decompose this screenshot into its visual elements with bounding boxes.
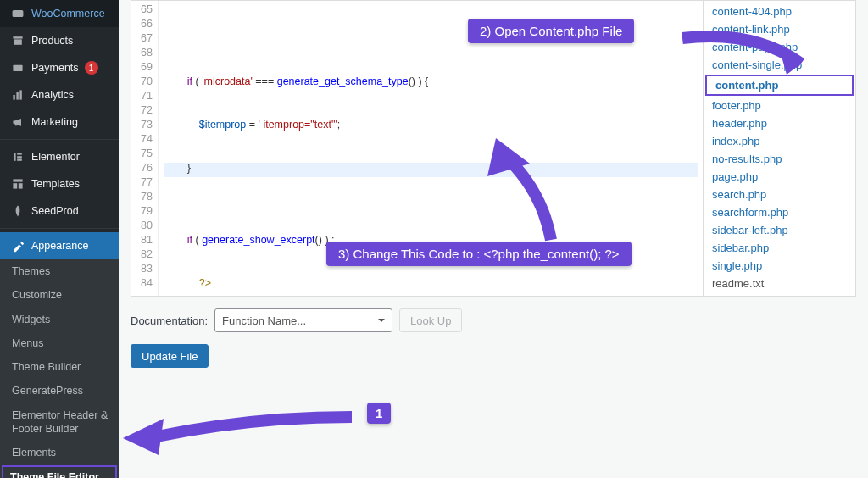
arrow-to-editor-link — [123, 409, 360, 459]
file-search-php[interactable]: search.php — [704, 186, 855, 203]
sub-theme-builder[interactable]: Theme Builder — [0, 355, 119, 379]
line-gutter: 65 66 67 68 69 70 71 72 73 74 75 76 77 7… — [131, 1, 159, 296]
callout-step3: 3) Change This Code to : <?php the_conte… — [326, 242, 632, 266]
sub-menus[interactable]: Menus — [0, 331, 119, 355]
file-readme-txt[interactable]: readme.txt — [704, 275, 855, 292]
file-content-404-php[interactable]: content-404.php — [704, 3, 855, 20]
sidebar-item-woocommerce[interactable]: WooCommerce — [0, 0, 119, 27]
file-sidebar-php[interactable]: sidebar.php — [704, 239, 855, 257]
svg-rect-6 — [19, 90, 21, 99]
file-page-php[interactable]: page.php — [704, 168, 855, 186]
sub-widgets[interactable]: Widgets — [0, 308, 119, 331]
appearance-submenu: Themes Customize Widgets Menus Theme Bui… — [0, 259, 119, 478]
sidebar-item-analytics[interactable]: Analytics — [0, 81, 119, 108]
file-searchform-php[interactable]: searchform.php — [704, 203, 855, 221]
sidebar-item-marketing[interactable]: Marketing — [0, 108, 119, 136]
sidebar-item-products[interactable]: Products — [0, 27, 119, 54]
templates-icon — [10, 176, 25, 192]
file-single-php[interactable]: single.php — [704, 257, 855, 275]
sidebar-item-seedprod[interactable]: SeedProd — [0, 197, 119, 225]
function-name-select[interactable]: Function Name... — [214, 308, 392, 332]
admin-sidebar: WooCommerce Products Payments1 Analytics… — [0, 0, 119, 478]
payments-badge: 1 — [85, 61, 98, 75]
svg-rect-9 — [17, 156, 22, 158]
callout-step1: 1 — [367, 403, 391, 424]
svg-rect-13 — [19, 183, 23, 188]
lookup-button[interactable]: Look Up — [399, 308, 462, 332]
arrow-to-file — [678, 25, 822, 85]
seedprod-icon — [10, 203, 25, 219]
svg-rect-2 — [14, 39, 22, 44]
elementor-icon — [10, 149, 25, 164]
svg-rect-7 — [14, 153, 15, 161]
update-file-button[interactable]: Update File — [131, 344, 209, 368]
archive-icon — [10, 33, 25, 48]
arrow-to-code — [483, 134, 576, 244]
sidebar-item-elementor[interactable]: Elementor — [0, 143, 119, 170]
documentation-row: Documentation: Function Name... Look Up — [131, 308, 856, 332]
woocommerce-icon — [10, 6, 25, 21]
sidebar-item-payments[interactable]: Payments1 — [0, 54, 119, 81]
megaphone-icon — [10, 114, 25, 130]
svg-rect-12 — [13, 183, 17, 188]
svg-rect-8 — [17, 153, 22, 154]
svg-rect-5 — [16, 92, 18, 100]
sub-generatepress[interactable]: GeneratePress — [0, 379, 119, 403]
documentation-label: Documentation: — [131, 314, 208, 327]
sub-theme-file-editor[interactable]: Theme File Editor — [2, 465, 117, 478]
svg-rect-4 — [13, 95, 14, 100]
main-content: 65 66 67 68 69 70 71 72 73 74 75 76 77 7… — [119, 0, 868, 478]
file-index-php[interactable]: index.php — [704, 132, 855, 150]
sidebar-item-templates[interactable]: Templates — [0, 170, 119, 197]
svg-rect-3 — [13, 65, 22, 71]
file-sidebar-left-php[interactable]: sidebar-left.php — [704, 221, 855, 239]
sub-customize[interactable]: Customize — [0, 283, 119, 307]
file-header-php[interactable]: header.php — [704, 114, 855, 132]
payments-icon — [10, 60, 25, 75]
svg-rect-10 — [17, 158, 22, 160]
sidebar-item-appearance[interactable]: Appearance — [0, 232, 119, 259]
svg-rect-1 — [13, 36, 22, 38]
file-no-results-php[interactable]: no-results.php — [704, 150, 855, 168]
callout-step2: 2) Open Content.php File — [468, 19, 634, 43]
analytics-icon — [10, 87, 25, 103]
sub-elementor-hf[interactable]: Elementor Header & Footer Builder — [0, 403, 119, 442]
sub-themes[interactable]: Themes — [0, 259, 119, 283]
file-footer-php[interactable]: footer.php — [704, 97, 855, 114]
appearance-icon — [10, 238, 25, 253]
svg-rect-11 — [13, 179, 22, 181]
sub-elements[interactable]: Elements — [0, 441, 119, 464]
svg-rect-0 — [13, 10, 24, 17]
